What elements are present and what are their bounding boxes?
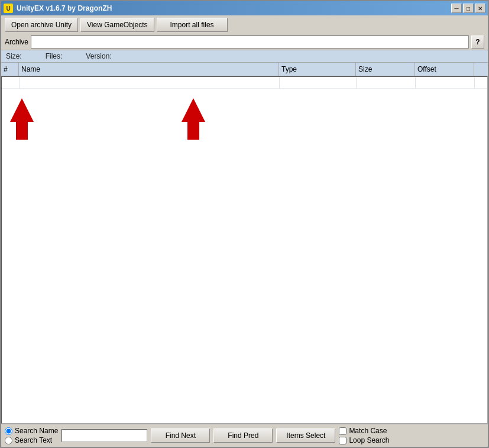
help-button[interactable]: ?: [471, 36, 484, 49]
cell-hash: [2, 77, 20, 88]
col-header-hash: #: [1, 63, 19, 76]
loop-search-label: Loop Search: [349, 436, 389, 444]
loop-search-checkbox[interactable]: [339, 437, 346, 444]
archive-row: Archive ?: [1, 34, 488, 50]
col-header-name: Name: [19, 63, 279, 76]
search-row: Search Name Search Text Find Next Find P…: [5, 427, 484, 444]
col-header-size: Size: [356, 63, 415, 76]
bottom-bar: Search Name Search Text Find Next Find P…: [1, 424, 488, 447]
table-row[interactable]: [2, 77, 487, 89]
table-body[interactable]: [1, 76, 488, 424]
find-pred-button[interactable]: Find Pred: [213, 428, 273, 443]
cell-offset: [416, 77, 475, 88]
col-header-offset: Offset: [415, 63, 474, 76]
radio-group: Search Name Search Text: [5, 427, 58, 444]
loop-search-option[interactable]: Loop Search: [339, 436, 389, 444]
col-header-type: Type: [279, 63, 356, 76]
files-label: Files:: [46, 52, 63, 60]
search-name-label: Search Name: [15, 427, 58, 435]
search-text-label: Search Text: [15, 436, 52, 444]
archive-label: Archive: [5, 38, 28, 46]
archive-input[interactable]: [31, 36, 469, 49]
app-icon: U: [4, 4, 13, 13]
maximize-button[interactable]: □: [463, 4, 474, 13]
version-label: Version:: [86, 52, 111, 60]
checkboxes: Match Case Loop Search: [339, 427, 389, 444]
main-content: # Name Type Size Offset: [1, 63, 488, 424]
search-name-radio[interactable]: [5, 427, 12, 435]
cell-type: [280, 77, 357, 88]
main-window: U UnityEX v1.6.7 by DragonZH ─ □ ✕ Open …: [0, 0, 489, 448]
size-label: Size:: [6, 52, 22, 60]
table-header: # Name Type Size Offset: [1, 63, 488, 76]
close-button[interactable]: ✕: [475, 4, 485, 13]
cell-name: [20, 77, 280, 88]
app-title: UnityEX v1.6.7 by DragonZH: [17, 4, 112, 12]
search-text-option[interactable]: Search Text: [5, 436, 58, 444]
toolbar: Open archive Unity View GameObjects Impo…: [1, 15, 488, 34]
open-archive-button[interactable]: Open archive Unity: [5, 18, 78, 32]
title-bar: U UnityEX v1.6.7 by DragonZH ─ □ ✕: [1, 1, 488, 15]
search-name-option[interactable]: Search Name: [5, 427, 58, 435]
match-case-option[interactable]: Match Case: [339, 427, 389, 435]
import-all-files-button[interactable]: Import all files: [157, 18, 228, 32]
search-text-radio[interactable]: [5, 437, 12, 444]
match-case-label: Match Case: [349, 427, 387, 435]
find-next-button[interactable]: Find Next: [151, 428, 210, 443]
title-buttons: ─ □ ✕: [451, 4, 485, 13]
cell-size: [357, 77, 416, 88]
info-bar: Size: Files: Version:: [1, 50, 488, 63]
match-case-checkbox[interactable]: [339, 427, 346, 435]
search-input[interactable]: [61, 429, 147, 442]
minimize-button[interactable]: ─: [451, 4, 462, 13]
items-select-button[interactable]: Items Select: [276, 428, 335, 443]
title-bar-text: U UnityEX v1.6.7 by DragonZH: [4, 4, 112, 13]
view-gameobjects-button[interactable]: View GameObjects: [80, 18, 154, 32]
